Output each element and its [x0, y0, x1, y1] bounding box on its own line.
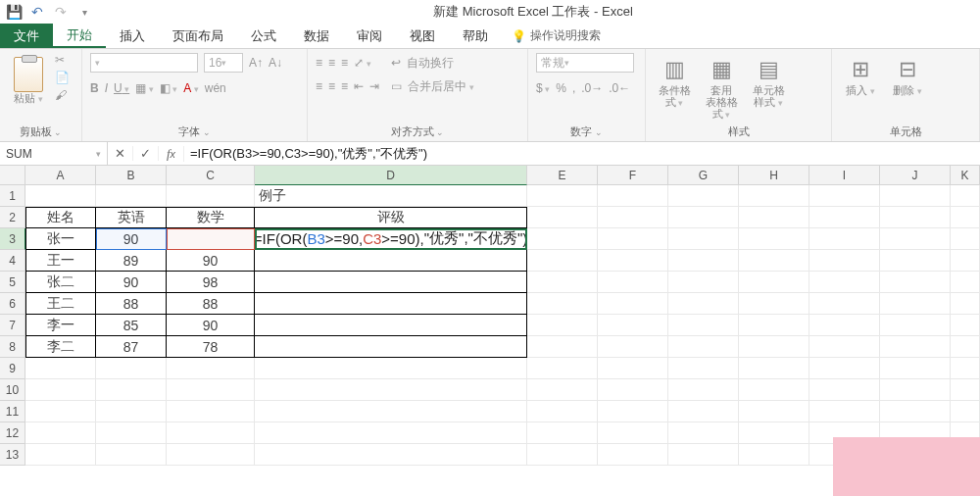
row-header-10[interactable]: 10 — [0, 379, 25, 401]
cell-h10[interactable] — [739, 379, 809, 401]
cell-f2[interactable] — [598, 207, 668, 228]
cell-b3[interactable]: 90 — [96, 228, 167, 250]
cell-d6[interactable] — [255, 293, 527, 315]
cell-a12[interactable] — [25, 422, 96, 444]
cell-i6[interactable] — [809, 293, 880, 315]
col-header-g[interactable]: G — [668, 166, 739, 185]
cell-a6[interactable]: 王二 — [25, 293, 96, 315]
cell-e11[interactable] — [527, 401, 598, 422]
insert-function-button[interactable]: fx — [159, 146, 184, 162]
cell-e7[interactable] — [527, 315, 598, 336]
cell-e9[interactable] — [527, 358, 598, 379]
cell-i3[interactable] — [809, 228, 880, 250]
cell-a13[interactable] — [25, 444, 96, 466]
cell-i4[interactable] — [809, 250, 880, 272]
cell-b10[interactable] — [96, 379, 167, 401]
orientation-icon[interactable]: ⤢ — [354, 56, 371, 70]
cell-d12[interactable] — [255, 422, 527, 444]
col-header-c[interactable]: C — [167, 166, 255, 185]
cell-b1[interactable] — [96, 185, 167, 207]
cell-b4[interactable]: 89 — [96, 250, 167, 272]
cell-e13[interactable] — [527, 444, 598, 466]
cell-c1[interactable] — [167, 185, 255, 207]
cell-d9[interactable] — [255, 358, 527, 379]
cell-c4[interactable]: 90 — [167, 250, 255, 272]
percent-format-icon[interactable]: % — [556, 81, 566, 95]
save-icon[interactable]: 💾 — [6, 4, 22, 20]
cell-a3[interactable]: 张一 — [25, 228, 96, 250]
cell-c9[interactable] — [167, 358, 255, 379]
col-header-e[interactable]: E — [527, 166, 598, 185]
font-name-select[interactable] — [90, 53, 198, 73]
cell-styles-button[interactable]: ▤单元格样式 — [748, 53, 789, 109]
cell-h6[interactable] — [739, 293, 809, 315]
accounting-format-icon[interactable]: $ — [536, 81, 550, 95]
cell-a8[interactable]: 李二 — [25, 336, 96, 358]
cell-a2[interactable]: 姓名 — [25, 207, 96, 228]
cell-f12[interactable] — [598, 422, 668, 444]
cell-f4[interactable] — [598, 250, 668, 272]
cell-h11[interactable] — [739, 401, 809, 422]
cell-h7[interactable] — [739, 315, 809, 336]
cell-e12[interactable] — [527, 422, 598, 444]
cell-h5[interactable] — [739, 272, 809, 293]
cell-i9[interactable] — [809, 358, 880, 379]
bold-button[interactable]: B — [90, 81, 99, 95]
cell-c13[interactable] — [167, 444, 255, 466]
format-painter-icon[interactable]: 🖌 — [55, 88, 70, 102]
row-header-1[interactable]: 1 — [0, 185, 25, 207]
cell-b11[interactable] — [96, 401, 167, 422]
row-header-8[interactable]: 8 — [0, 336, 25, 358]
cell-e4[interactable] — [527, 250, 598, 272]
cell-i2[interactable] — [809, 207, 880, 228]
cell-h8[interactable] — [739, 336, 809, 358]
cell-g3[interactable] — [668, 228, 739, 250]
cell-d8[interactable] — [255, 336, 527, 358]
tab-view[interactable]: 视图 — [396, 24, 449, 48]
col-header-a[interactable]: A — [25, 166, 96, 185]
cell-f13[interactable] — [598, 444, 668, 466]
cell-g6[interactable] — [668, 293, 739, 315]
select-all-corner[interactable] — [0, 166, 25, 185]
cell-e8[interactable] — [527, 336, 598, 358]
cell-c2[interactable]: 数学 — [167, 207, 255, 228]
cells-area[interactable]: 例子 姓名 英语 数学 评级 — [25, 185, 980, 466]
row-header-4[interactable]: 4 — [0, 250, 25, 272]
undo-icon[interactable]: ↶ — [29, 4, 45, 20]
cell-e1[interactable] — [527, 185, 598, 207]
tab-formulas[interactable]: 公式 — [237, 24, 290, 48]
wrap-text-button[interactable]: 自动换行 — [407, 55, 454, 72]
cell-d7[interactable] — [255, 315, 527, 336]
cell-k2[interactable] — [951, 207, 980, 228]
cell-h13[interactable] — [739, 444, 809, 466]
align-right-icon[interactable]: ≡ — [341, 79, 348, 93]
cell-d11[interactable] — [255, 401, 527, 422]
cell-b7[interactable]: 85 — [96, 315, 167, 336]
cell-e6[interactable] — [527, 293, 598, 315]
tab-help[interactable]: 帮助 — [449, 24, 502, 48]
cell-h1[interactable] — [739, 185, 809, 207]
paste-button[interactable]: 粘贴 — [8, 53, 49, 105]
row-header-6[interactable]: 6 — [0, 293, 25, 315]
cell-h3[interactable] — [739, 228, 809, 250]
cell-a4[interactable]: 王一 — [25, 250, 96, 272]
cell-a11[interactable] — [25, 401, 96, 422]
cell-j11[interactable] — [880, 401, 951, 422]
cell-f7[interactable] — [598, 315, 668, 336]
cell-b2[interactable]: 英语 — [96, 207, 167, 228]
cell-g4[interactable] — [668, 250, 739, 272]
cell-i8[interactable] — [809, 336, 880, 358]
cell-f6[interactable] — [598, 293, 668, 315]
cell-b9[interactable] — [96, 358, 167, 379]
cell-b12[interactable] — [96, 422, 167, 444]
cell-c8[interactable]: 78 — [167, 336, 255, 358]
tab-insert[interactable]: 插入 — [106, 24, 159, 48]
name-box[interactable]: SUM ▾ — [0, 142, 108, 165]
conditional-formatting-button[interactable]: ▥条件格式 — [654, 53, 695, 109]
redo-icon[interactable]: ↷ — [53, 4, 69, 20]
decrease-decimal-icon[interactable]: .0← — [609, 81, 630, 95]
cell-h2[interactable] — [739, 207, 809, 228]
decrease-indent-icon[interactable]: ⇤ — [354, 79, 364, 93]
col-header-j[interactable]: J — [880, 166, 951, 185]
cell-g8[interactable] — [668, 336, 739, 358]
